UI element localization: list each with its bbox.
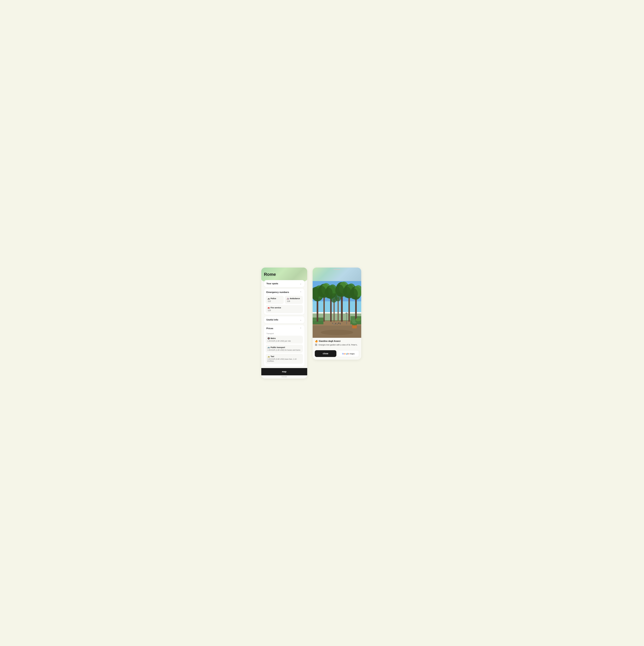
useful-info-section: Useful info ⌄ — [264, 316, 305, 323]
emergency-numbers-label: Emergency numbers — [266, 291, 289, 294]
metro-title: 🚇 Metro — [267, 337, 301, 339]
svg-rect-1 — [313, 301, 361, 312]
police-label: Police — [271, 297, 276, 300]
public-transport-label: Public transport — [271, 346, 285, 348]
svg-point-45 — [340, 323, 341, 324]
emergency-numbers-header[interactable]: Emergency numbers ⌃ — [264, 289, 305, 296]
page-container: Rome Your spots ⌄ Emergency numbers ⌃ — [261, 267, 383, 379]
google-o1-letter: o — [344, 352, 345, 355]
emergency-numbers-chevron-icon: ⌃ — [299, 291, 302, 294]
ambulance-icon: 🚑 — [287, 297, 289, 300]
fire-number: 115 — [267, 309, 301, 311]
spot-desc-text: Oranges tree garden with a view of St. P… — [319, 344, 357, 346]
taxi-label: Taxi — [271, 355, 274, 357]
svg-point-55 — [355, 318, 361, 321]
svg-point-43 — [338, 323, 339, 324]
your-spots-label: Your spots — [266, 282, 278, 285]
prices-chevron-icon: ⌃ — [299, 327, 302, 330]
map-background — [313, 267, 361, 281]
svg-rect-47 — [346, 314, 347, 324]
svg-point-35 — [343, 287, 351, 298]
metro-label: Metro — [271, 337, 276, 339]
ambulance-number: 118 — [287, 300, 301, 302]
google-g-letter: G — [342, 352, 344, 355]
svg-point-46 — [332, 323, 333, 324]
public-transport-title: 🚌 Public transport — [267, 346, 301, 348]
close-button[interactable]: close — [315, 350, 336, 357]
google-maps-text: maps — [350, 352, 355, 355]
svg-point-40 — [335, 292, 341, 301]
emergency-police-title: 🚓 Police — [267, 297, 282, 300]
police-number: 112 — [267, 300, 282, 302]
price-public-transport-item[interactable]: 🚌 Public transport 1.50 EUR (1.60 USD) f… — [265, 345, 303, 353]
ambulance-label: Ambulance — [290, 297, 300, 300]
your-spots-header[interactable]: Your spots ⌄ — [264, 280, 305, 287]
price-metro-item[interactable]: 🚇 Metro 1.50 EUR (1.60 USD) per ride — [265, 336, 303, 344]
emergency-numbers-body: 🚓 Police 112 🚑 Ambulance 118 — [264, 296, 305, 315]
bus-icon: 🚌 — [267, 346, 270, 348]
left-panel: Rome Your spots ⌄ Emergency numbers ⌃ — [261, 267, 307, 379]
emergency-grid: 🚓 Police 112 🚑 Ambulance 118 — [265, 296, 303, 304]
description-lines-icon — [315, 344, 317, 346]
prices-body: Transport 🚇 Metro 1.50 EUR (1.60 USD) pe… — [264, 332, 305, 366]
google-o2-letter: o — [345, 352, 346, 355]
spot-description: Oranges tree garden with a view of St. P… — [315, 344, 359, 346]
google-maps-button[interactable]: Googlemaps — [338, 350, 359, 357]
park-image — [313, 281, 361, 338]
taxi-icon: 🚕 — [267, 355, 270, 357]
prices-category: Transport — [265, 332, 303, 336]
your-spots-chevron-icon: ⌄ — [299, 282, 302, 285]
svg-point-44 — [334, 324, 335, 325]
emergency-ambulance-title: 🚑 Ambulance — [287, 297, 301, 300]
emergency-police-card[interactable]: 🚓 Police 112 — [265, 296, 284, 304]
your-spots-section: Your spots ⌄ — [264, 280, 305, 287]
google-g2-letter: g — [346, 352, 347, 355]
fire-icon: 🚒 — [267, 307, 270, 309]
fire-label: Fire service — [271, 307, 281, 309]
prices-header[interactable]: Prices ⌃ — [264, 325, 305, 332]
useful-info-header[interactable]: Useful info ⌄ — [264, 316, 305, 323]
svg-point-38 — [350, 288, 358, 299]
price-taxi-item[interactable]: 🚕 Taxi 3.50 EUR (3.80 USD) base fare, 1.… — [265, 354, 303, 364]
svg-point-9 — [321, 330, 353, 335]
svg-rect-57 — [315, 344, 317, 345]
riverade-label: riverade — [261, 375, 307, 379]
metro-price: 1.50 EUR (1.60 USD) per ride — [267, 340, 301, 342]
prices-label: Prices — [266, 327, 273, 330]
emergency-fire-card[interactable]: 🚒 Fire service 115 — [265, 305, 303, 313]
metro-icon: 🚇 — [267, 337, 270, 339]
emergency-ambulance-card[interactable]: 🚑 Ambulance 118 — [285, 296, 303, 304]
spot-info: 🍊 Giardino degli Aranci Oranges tree gar… — [313, 338, 361, 349]
public-transport-price: 1.50 EUR (1.60 USD) for buses and trams — [267, 349, 301, 351]
action-buttons: close Googlemaps — [313, 349, 361, 360]
spot-name: 🍊 Giardino degli Aranci — [315, 340, 359, 342]
police-icon: 🚓 — [267, 297, 270, 300]
right-panel: 🍊 Giardino degli Aranci Oranges tree gar… — [313, 267, 361, 360]
prices-section: Prices ⌃ Transport 🚇 Metro 1.50 EUR (1.6… — [264, 325, 305, 366]
taxi-price: 3.50 EUR (3.80 USD) base fare, 1.10 EUR/… — [267, 358, 301, 362]
svg-rect-58 — [315, 345, 317, 346]
map-button[interactable]: map — [261, 368, 307, 375]
svg-point-42 — [337, 323, 338, 325]
svg-rect-56 — [315, 344, 317, 344]
google-e-letter: e — [348, 352, 349, 355]
park-scene — [313, 281, 361, 338]
spot-name-text: Giardino degli Aranci — [319, 340, 341, 342]
emergency-numbers-section: Emergency numbers ⌃ 🚓 Police 112 — [264, 289, 305, 315]
emergency-fire-title: 🚒 Fire service — [267, 307, 301, 309]
useful-info-label: Useful info — [266, 318, 278, 321]
phone-notch — [334, 269, 340, 270]
useful-info-chevron-icon: ⌄ — [299, 318, 302, 321]
svg-point-48 — [345, 313, 348, 314]
svg-point-41 — [335, 323, 336, 324]
svg-rect-50 — [352, 325, 357, 328]
taxi-title: 🚕 Taxi — [267, 355, 301, 357]
spot-icon: 🍊 — [315, 340, 318, 342]
city-title: Rome — [264, 272, 305, 277]
